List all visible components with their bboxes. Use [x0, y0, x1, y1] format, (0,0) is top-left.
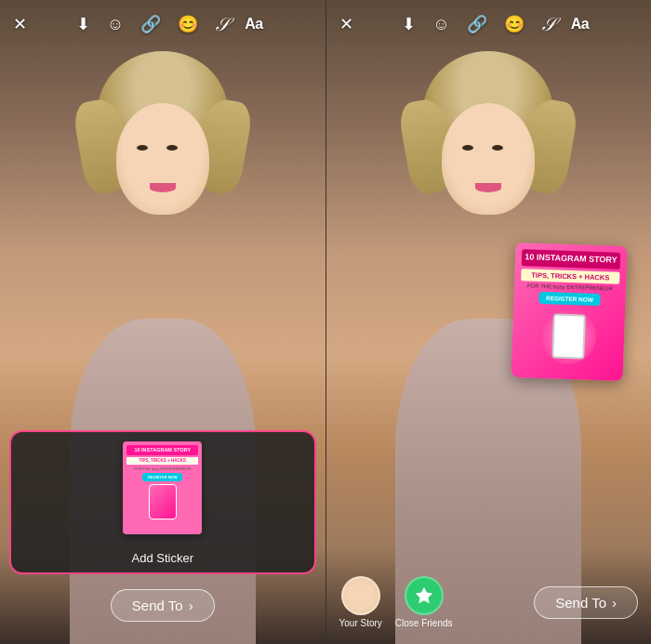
face-icon[interactable]: ☺	[107, 16, 124, 33]
left-panel: ✕ ⬇ ☺ 🔗 😊 𝒮 Aa 10 INSTAGRAM STORY TIPS, …	[0, 0, 326, 644]
add-sticker-label: Add Sticker	[132, 547, 193, 572]
mini-poster: 10 INSTAGRAM STORY TIPS, TRICKS + HACKS …	[123, 441, 202, 534]
sticker-on-photo[interactable]: 10 INSTAGRAM STORY TIPS, TRICKS + HACKS …	[512, 243, 628, 381]
mini-poster-sub: TIPS, TRICKS + HACKS	[126, 457, 198, 465]
mini-poster-tagline: FOR THE busy ENTREPRENEUR	[134, 467, 191, 471]
mini-poster-title: 10 INSTAGRAM STORY	[126, 445, 198, 455]
mini-poster-phone	[149, 484, 177, 519]
right-link-icon[interactable]: 🔗	[467, 16, 487, 33]
sticker-cta: REGISTER NOW	[538, 292, 601, 306]
link-icon[interactable]: 🔗	[140, 16, 161, 33]
your-story-option[interactable]: Your Story	[339, 576, 382, 628]
mini-poster-cta: REGISTER NOW	[142, 473, 182, 481]
sticker-tray[interactable]: 10 INSTAGRAM STORY TIPS, TRICKS + HACKS …	[9, 430, 316, 574]
right-face-icon[interactable]: ☺	[432, 16, 449, 33]
your-story-avatar	[341, 576, 380, 615]
left-bottom-bar: Send To ›	[0, 574, 326, 644]
right-chevron-right-icon: ›	[612, 595, 617, 611]
right-close-icon[interactable]: ✕	[339, 16, 353, 33]
sticker-preview: 10 INSTAGRAM STORY TIPS, TRICKS + HACKS …	[11, 432, 314, 544]
close-friends-option[interactable]: Close Friends	[395, 576, 453, 628]
left-toolbar: ✕ ⬇ ☺ 🔗 😊 𝒮 Aa	[0, 0, 326, 48]
chevron-right-icon: ›	[189, 598, 193, 613]
close-friends-label: Close Friends	[395, 618, 453, 628]
sticker-sub: TIPS, TRICKS + HACKS	[521, 269, 619, 284]
right-text-icon[interactable]: Aa	[571, 17, 589, 32]
sticker-phone	[551, 313, 586, 359]
sticker-title: 10 INSTAGRAM STORY	[522, 250, 621, 269]
star-icon	[414, 585, 434, 606]
person-face	[116, 103, 209, 215]
right-bottom-bar: Your Story Close Friends Send To ›	[326, 570, 652, 644]
right-person-face	[442, 103, 535, 215]
sticker-tagline: FOR THE busy ENTREPRENEUR	[527, 283, 613, 291]
send-to-label: Send To	[132, 598, 183, 613]
text-icon[interactable]: Aa	[245, 17, 262, 32]
right-send-to-button[interactable]: Send To ›	[534, 586, 638, 619]
story-options: Your Story Close Friends	[339, 576, 453, 628]
close-friends-avatar	[405, 576, 444, 615]
sticker-icon[interactable]: 😊	[178, 16, 198, 33]
right-download-icon[interactable]: ⬇	[402, 16, 416, 33]
sticker-phone-area	[539, 308, 597, 365]
right-panel: 10 INSTAGRAM STORY TIPS, TRICKS + HACKS …	[326, 0, 652, 644]
right-draw-icon[interactable]: 𝒮	[541, 15, 554, 33]
send-to-button[interactable]: Send To ›	[111, 589, 215, 622]
download-icon[interactable]: ⬇	[76, 16, 90, 33]
draw-icon[interactable]: 𝒮	[215, 15, 228, 33]
close-icon[interactable]: ✕	[13, 16, 27, 33]
your-story-label: Your Story	[339, 618, 382, 628]
right-sticker-icon[interactable]: 😊	[504, 16, 525, 33]
right-toolbar: ✕ ⬇ ☺ 🔗 😊 𝒮 Aa	[326, 0, 652, 48]
right-send-to-label: Send To	[555, 595, 606, 611]
